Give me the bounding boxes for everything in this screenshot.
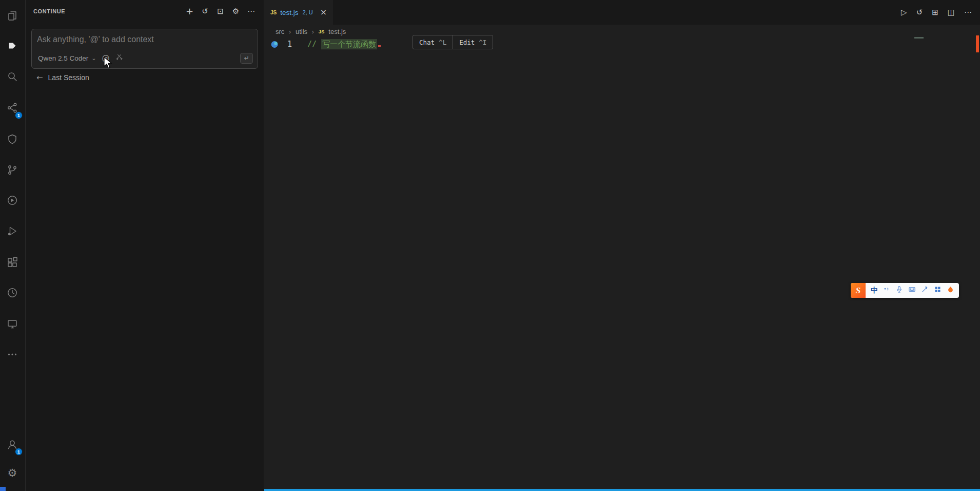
microphone-icon <box>895 286 903 295</box>
editor-group: JS test.js 2, U × ▷ ↺ ⊞ ◫ ⋯ src › utils … <box>264 0 980 489</box>
tab-close-icon[interactable]: × <box>320 8 327 16</box>
activity-item-extension[interactable] <box>0 129 25 152</box>
shield-icon <box>6 133 18 147</box>
inline-edit-shortcut: ^I <box>479 39 486 46</box>
tab-filename: test.js <box>280 9 298 16</box>
line-number: 1 <box>283 40 292 49</box>
comment-prefix: // <box>307 40 317 49</box>
activity-item-run-and-debug[interactable] <box>0 221 25 243</box>
extensions-icon <box>6 256 18 271</box>
files-icon <box>6 10 18 24</box>
clock-icon <box>6 287 18 301</box>
inline-chat-button[interactable]: Chat ^L <box>413 35 453 49</box>
ime-keyboard-button[interactable] <box>908 286 916 295</box>
activity-item-explorer[interactable] <box>0 6 25 28</box>
add-context-button[interactable]: @ <box>102 54 110 62</box>
ime-skin-button[interactable] <box>946 286 955 295</box>
run-button[interactable]: ▷ <box>901 9 907 16</box>
sogou-ime-toolbar: S 中 <box>851 283 959 298</box>
accounts-badge: 1 <box>15 448 23 456</box>
activity-item-extensions[interactable] <box>0 252 25 275</box>
inline-chat-label: Chat <box>419 39 435 46</box>
activity-item-source-control[interactable] <box>0 160 25 182</box>
inline-chat-widget: Chat ^L Edit ^I <box>413 35 493 49</box>
play-circle-icon <box>6 194 18 209</box>
activity-item-more-views[interactable] <box>0 344 25 367</box>
magic-wand-icon <box>921 286 929 295</box>
ime-voice-button[interactable] <box>895 286 904 295</box>
chat-input-box[interactable]: Qwen 2.5 Coder ⌄ @ ↵ <box>31 29 258 69</box>
git-branch-icon <box>6 164 18 178</box>
settings-button[interactable]: ⚙ <box>231 8 240 15</box>
breadcrumb-utils[interactable]: utils <box>296 28 307 35</box>
search-icon <box>6 70 18 85</box>
js-file-icon: JS <box>270 10 277 15</box>
new-session-button[interactable]: + <box>185 7 194 16</box>
breadcrumb: src › utils › JS test.js <box>264 25 346 39</box>
activity-item-accounts[interactable]: 1 <box>0 434 25 457</box>
breadcrumb-file[interactable]: test.js <box>328 28 346 35</box>
panel-title: CONTINUE <box>33 8 65 14</box>
activity-item-run[interactable] <box>0 190 25 213</box>
punctuation-icon <box>883 286 890 295</box>
vscode-window: 1 <box>0 0 980 491</box>
history-button[interactable]: ↺ <box>201 8 209 15</box>
activity-item-search[interactable] <box>0 66 25 89</box>
chevron-right-icon: › <box>288 28 291 35</box>
code-line-1: 1 //写一个节流函数 <box>264 39 970 50</box>
tools-icon <box>115 53 124 63</box>
apps-grid-icon <box>934 286 942 295</box>
chat-input[interactable] <box>36 32 243 47</box>
inline-chat-shortcut: ^L <box>439 39 446 46</box>
split-editor-button[interactable]: ⊞ <box>932 9 938 16</box>
activity-bar: 1 <box>0 0 26 491</box>
activity-item-timeline[interactable] <box>0 282 25 305</box>
flame-icon <box>947 286 954 295</box>
panel-header: CONTINUE + ↺ ⊡ ⚙ ⋯ <box>25 0 264 23</box>
enter-icon: ↵ <box>244 55 249 61</box>
editor-content[interactable] <box>264 50 980 489</box>
bottom-left-indicator <box>0 487 6 491</box>
toggle-layout-button[interactable]: ◫ <box>948 9 955 16</box>
panel-toolbar: + ↺ ⊡ ⚙ ⋯ <box>185 7 256 16</box>
breadcrumb-src[interactable]: src <box>276 28 284 35</box>
open-in-editor-button[interactable]: ⊡ <box>216 8 225 15</box>
code-text[interactable]: //写一个节流函数 <box>307 40 381 49</box>
sogou-logo[interactable]: S <box>851 283 866 298</box>
chevron-right-icon: › <box>311 28 315 35</box>
submit-button[interactable]: ↵ <box>240 53 253 64</box>
more-options-button[interactable]: ⋯ <box>247 8 256 15</box>
last-session-link[interactable]: ← Last Session <box>36 73 89 82</box>
more-actions-button[interactable]: ⋯ <box>964 9 972 16</box>
continue-gutter-icon[interactable] <box>270 40 279 49</box>
model-label: Qwen 2.5 Coder <box>38 54 88 62</box>
ime-caret <box>378 45 381 47</box>
inline-edit-button[interactable]: Edit ^I <box>453 35 493 49</box>
editor-actions: ▷ ↺ ⊞ ◫ ⋯ <box>901 0 980 25</box>
ime-chinese-mode-toggle[interactable]: 中 <box>871 286 878 295</box>
timeline-history-button[interactable]: ↺ <box>916 9 923 16</box>
tab-testjs[interactable]: JS test.js 2, U × <box>264 0 333 25</box>
chat-input-toolbar: Qwen 2.5 Coder ⌄ @ ↵ <box>38 52 253 64</box>
tab-decorations: 2, U <box>303 9 313 15</box>
tools-button[interactable] <box>115 53 124 63</box>
activity-badge: 1 <box>15 111 23 119</box>
ime-apps-button[interactable] <box>933 286 942 295</box>
model-selector[interactable]: Qwen 2.5 Coder ⌄ <box>38 54 96 62</box>
ime-punctuation-button[interactable] <box>882 286 891 295</box>
ime-smart-input-button[interactable] <box>920 286 929 295</box>
sogou-logo-letter: S <box>856 286 860 296</box>
activity-item-chat-remote[interactable]: 1 <box>0 98 25 120</box>
gear-icon: ⚙ <box>8 468 17 479</box>
activity-item-settings[interactable]: ⚙ <box>0 462 25 484</box>
activity-item-continue[interactable] <box>0 35 25 58</box>
js-file-icon: JS <box>319 29 325 34</box>
continue-logo-icon <box>6 40 18 54</box>
inline-edit-label: Edit <box>459 39 475 46</box>
activity-item-remote-explorer[interactable] <box>0 314 25 336</box>
monitor-icon <box>6 318 18 332</box>
keyboard-icon <box>908 286 916 295</box>
continue-panel: CONTINUE + ↺ ⊡ ⚙ ⋯ Qwen 2.5 Coder ⌄ @ <box>25 0 264 491</box>
minimap-line-marker <box>914 37 924 39</box>
back-arrow-icon: ← <box>36 74 43 82</box>
